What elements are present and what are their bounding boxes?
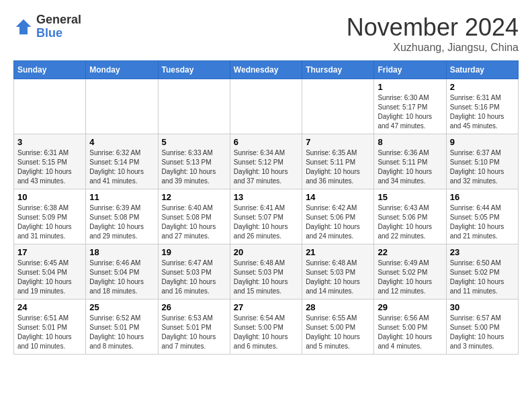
calendar-cell: 16Sunrise: 6:44 AM Sunset: 5:05 PM Dayli…: [446, 189, 518, 244]
day-number: 11: [89, 192, 154, 202]
day-info: Sunrise: 6:53 AM Sunset: 5:01 PM Dayligh…: [162, 314, 226, 351]
day-number: 21: [306, 247, 370, 257]
title-section: November 2024 Xuzhuang, Jiangsu, China: [347, 13, 519, 54]
calendar-cell: [86, 79, 158, 134]
weekday-header-friday: Friday: [374, 61, 446, 79]
calendar-week-row: 1Sunrise: 6:30 AM Sunset: 5:17 PM Daylig…: [14, 79, 519, 134]
day-number: 29: [378, 302, 442, 312]
day-number: 28: [306, 302, 370, 312]
day-info: Sunrise: 6:36 AM Sunset: 5:11 PM Dayligh…: [378, 148, 442, 186]
logo-general: General: [36, 13, 81, 27]
calendar-cell: 27Sunrise: 6:54 AM Sunset: 5:00 PM Dayli…: [230, 300, 302, 355]
weekday-header-tuesday: Tuesday: [158, 61, 230, 79]
subtitle: Xuzhuang, Jiangsu, China: [347, 42, 519, 54]
day-info: Sunrise: 6:40 AM Sunset: 5:08 PM Dayligh…: [162, 203, 226, 241]
day-info: Sunrise: 6:52 AM Sunset: 5:01 PM Dayligh…: [89, 314, 154, 351]
day-number: 16: [450, 192, 515, 202]
calendar-cell: 13Sunrise: 6:41 AM Sunset: 5:07 PM Dayli…: [230, 189, 302, 244]
day-info: Sunrise: 6:56 AM Sunset: 5:00 PM Dayligh…: [378, 314, 442, 351]
day-info: Sunrise: 6:43 AM Sunset: 5:06 PM Dayligh…: [378, 203, 442, 241]
weekday-header-thursday: Thursday: [302, 61, 374, 79]
day-number: 4: [89, 137, 154, 147]
logo: General Blue: [13, 13, 81, 40]
calendar-cell: 3Sunrise: 6:31 AM Sunset: 5:15 PM Daylig…: [14, 134, 86, 189]
calendar-cell: 26Sunrise: 6:53 AM Sunset: 5:01 PM Dayli…: [158, 300, 230, 355]
calendar-cell: 11Sunrise: 6:39 AM Sunset: 5:08 PM Dayli…: [86, 189, 158, 244]
calendar-cell: 28Sunrise: 6:55 AM Sunset: 5:00 PM Dayli…: [302, 300, 374, 355]
day-number: 5: [162, 137, 226, 147]
calendar-cell: 12Sunrise: 6:40 AM Sunset: 5:08 PM Dayli…: [158, 189, 230, 244]
calendar-cell: 14Sunrise: 6:42 AM Sunset: 5:06 PM Dayli…: [302, 189, 374, 244]
page-header: General Blue November 2024 Xuzhuang, Jia…: [13, 13, 519, 54]
day-number: 10: [17, 192, 82, 202]
calendar-cell: 23Sunrise: 6:50 AM Sunset: 5:02 PM Dayli…: [446, 244, 518, 300]
day-number: 23: [450, 247, 515, 257]
day-number: 27: [234, 302, 298, 312]
calendar-week-row: 3Sunrise: 6:31 AM Sunset: 5:15 PM Daylig…: [14, 134, 519, 189]
day-info: Sunrise: 6:44 AM Sunset: 5:05 PM Dayligh…: [450, 203, 515, 241]
logo-icon: [13, 17, 34, 37]
calendar-table: SundayMondayTuesdayWednesdayThursdayFrid…: [13, 60, 519, 355]
day-number: 22: [378, 247, 442, 257]
day-info: Sunrise: 6:49 AM Sunset: 5:02 PM Dayligh…: [378, 259, 442, 296]
day-info: Sunrise: 6:35 AM Sunset: 5:11 PM Dayligh…: [306, 148, 370, 186]
day-info: Sunrise: 6:41 AM Sunset: 5:07 PM Dayligh…: [234, 203, 298, 241]
day-info: Sunrise: 6:30 AM Sunset: 5:17 PM Dayligh…: [378, 93, 442, 131]
calendar-cell: 17Sunrise: 6:45 AM Sunset: 5:04 PM Dayli…: [14, 244, 86, 300]
calendar-cell: 29Sunrise: 6:56 AM Sunset: 5:00 PM Dayli…: [374, 300, 446, 355]
month-title: November 2024: [347, 13, 519, 42]
calendar-cell: 21Sunrise: 6:48 AM Sunset: 5:03 PM Dayli…: [302, 244, 374, 300]
day-number: 26: [162, 302, 226, 312]
calendar-cell: 2Sunrise: 6:31 AM Sunset: 5:16 PM Daylig…: [446, 79, 518, 134]
calendar-body: 1Sunrise: 6:30 AM Sunset: 5:17 PM Daylig…: [14, 79, 519, 355]
logo-text: General Blue: [36, 13, 81, 40]
calendar-cell: 19Sunrise: 6:47 AM Sunset: 5:03 PM Dayli…: [158, 244, 230, 300]
calendar-cell: 9Sunrise: 6:37 AM Sunset: 5:10 PM Daylig…: [446, 134, 518, 189]
calendar-cell: 30Sunrise: 6:57 AM Sunset: 5:00 PM Dayli…: [446, 300, 518, 355]
day-info: Sunrise: 6:31 AM Sunset: 5:15 PM Dayligh…: [17, 148, 82, 186]
day-info: Sunrise: 6:55 AM Sunset: 5:00 PM Dayligh…: [306, 314, 370, 351]
calendar-cell: 5Sunrise: 6:33 AM Sunset: 5:13 PM Daylig…: [158, 134, 230, 189]
day-info: Sunrise: 6:39 AM Sunset: 5:08 PM Dayligh…: [89, 203, 154, 241]
calendar-cell: [230, 79, 302, 134]
day-info: Sunrise: 6:31 AM Sunset: 5:16 PM Dayligh…: [450, 93, 515, 131]
weekday-header-row: SundayMondayTuesdayWednesdayThursdayFrid…: [14, 61, 519, 79]
day-info: Sunrise: 6:50 AM Sunset: 5:02 PM Dayligh…: [450, 259, 515, 296]
day-info: Sunrise: 6:45 AM Sunset: 5:04 PM Dayligh…: [17, 259, 82, 296]
day-number: 1: [378, 82, 442, 92]
day-info: Sunrise: 6:34 AM Sunset: 5:12 PM Dayligh…: [234, 148, 298, 186]
day-number: 24: [17, 302, 82, 312]
day-info: Sunrise: 6:37 AM Sunset: 5:10 PM Dayligh…: [450, 148, 515, 186]
weekday-header-wednesday: Wednesday: [230, 61, 302, 79]
calendar-cell: 22Sunrise: 6:49 AM Sunset: 5:02 PM Dayli…: [374, 244, 446, 300]
calendar-cell: 20Sunrise: 6:48 AM Sunset: 5:03 PM Dayli…: [230, 244, 302, 300]
calendar-week-row: 24Sunrise: 6:51 AM Sunset: 5:01 PM Dayli…: [14, 300, 519, 355]
calendar-cell: 8Sunrise: 6:36 AM Sunset: 5:11 PM Daylig…: [374, 134, 446, 189]
day-info: Sunrise: 6:42 AM Sunset: 5:06 PM Dayligh…: [306, 203, 370, 241]
day-number: 6: [234, 137, 298, 147]
calendar-cell: 24Sunrise: 6:51 AM Sunset: 5:01 PM Dayli…: [14, 300, 86, 355]
calendar-week-row: 10Sunrise: 6:38 AM Sunset: 5:09 PM Dayli…: [14, 189, 519, 244]
day-number: 8: [378, 137, 442, 147]
day-number: 17: [17, 247, 82, 257]
day-number: 14: [306, 192, 370, 202]
weekday-header-monday: Monday: [86, 61, 158, 79]
day-info: Sunrise: 6:51 AM Sunset: 5:01 PM Dayligh…: [17, 314, 82, 351]
calendar-cell: 1Sunrise: 6:30 AM Sunset: 5:17 PM Daylig…: [374, 79, 446, 134]
day-info: Sunrise: 6:47 AM Sunset: 5:03 PM Dayligh…: [162, 259, 226, 296]
calendar-cell: [14, 79, 86, 134]
day-number: 25: [89, 302, 154, 312]
weekday-header-saturday: Saturday: [446, 61, 518, 79]
day-info: Sunrise: 6:33 AM Sunset: 5:13 PM Dayligh…: [162, 148, 226, 186]
calendar-cell: 7Sunrise: 6:35 AM Sunset: 5:11 PM Daylig…: [302, 134, 374, 189]
calendar-cell: 10Sunrise: 6:38 AM Sunset: 5:09 PM Dayli…: [14, 189, 86, 244]
day-info: Sunrise: 6:54 AM Sunset: 5:00 PM Dayligh…: [234, 314, 298, 351]
day-info: Sunrise: 6:32 AM Sunset: 5:14 PM Dayligh…: [89, 148, 154, 186]
calendar-cell: 15Sunrise: 6:43 AM Sunset: 5:06 PM Dayli…: [374, 189, 446, 244]
day-info: Sunrise: 6:46 AM Sunset: 5:04 PM Dayligh…: [89, 259, 154, 296]
weekday-header-sunday: Sunday: [14, 61, 86, 79]
day-number: 18: [89, 247, 154, 257]
day-number: 12: [162, 192, 226, 202]
day-number: 3: [17, 137, 82, 147]
day-number: 15: [378, 192, 442, 202]
